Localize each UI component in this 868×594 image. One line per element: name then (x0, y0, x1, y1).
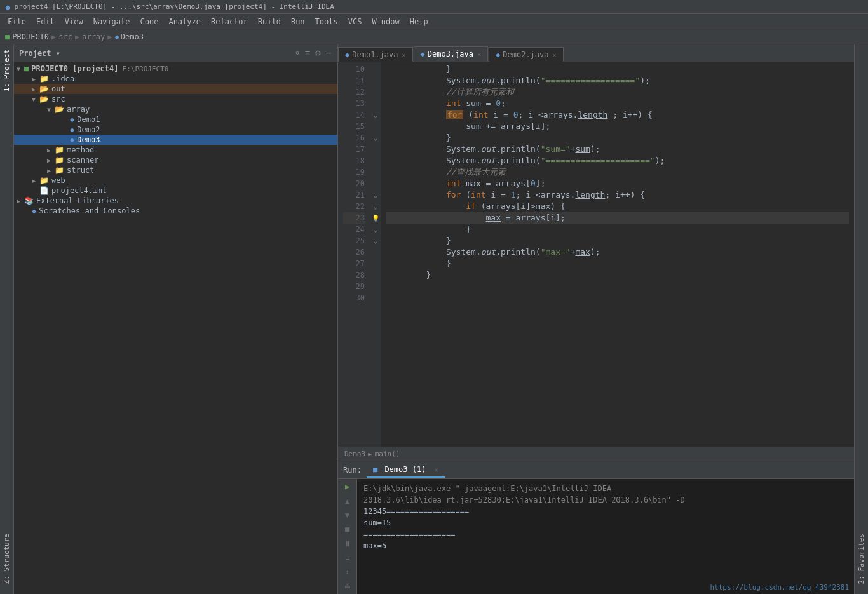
console-output: E:\jdk\bin\java.exe "-javaagent:E:\java1… (357, 479, 727, 594)
editor-tabs: ◆ Demo1.java ✕ ◆ Demo3.java ✕ ◆ Demo2.ja… (338, 44, 854, 62)
tree-item-extlibs[interactable]: ▶ 📚 External Libraries (14, 196, 337, 206)
app-icon: ◆ (5, 2, 10, 12)
tab-demo3-close[interactable]: ✕ (477, 51, 481, 58)
code-line-24: } (386, 224, 849, 235)
code-line-12: //计算所有元素和 (386, 86, 849, 98)
project-panel-header: Project ▾ ⌖ ≡ ⚙ − (14, 44, 337, 62)
console-line-4: sum=15 (363, 517, 721, 529)
tree-item-scanner[interactable]: ▶ 📁 scanner (14, 155, 337, 165)
line-numbers: 10 11 12 13 14 15 16 17 18 19 20 21 22 2… (338, 62, 370, 447)
tab-demo1-label: Demo1.java (352, 50, 398, 59)
tree-item-method[interactable]: ▶ 📁 method (14, 145, 337, 155)
breadcrumb-project[interactable]: PROJECT0 (12, 32, 49, 41)
code-line-16: } (386, 132, 849, 144)
console-line-8: max=5 (363, 540, 721, 551)
tree-item-web[interactable]: ▶ 📁 web (14, 175, 337, 186)
run-up-button[interactable]: ▲ (341, 496, 354, 506)
code-line-10: } (386, 64, 849, 75)
run-tab-close[interactable]: ✕ (435, 466, 438, 473)
menu-edit[interactable]: Edit (31, 16, 60, 27)
tree-item-demo3[interactable]: ◆ Demo3 (14, 135, 337, 145)
breadcrumb-array[interactable]: array (82, 32, 105, 41)
code-line-19: //查找最大元素 (386, 166, 849, 178)
menu-build[interactable]: Build (253, 16, 286, 27)
breadcrumb-demo3[interactable]: Demo3 (121, 32, 144, 41)
editor-status-bar: Demo3 ► main() (338, 447, 854, 461)
run-label: Run: (343, 466, 362, 475)
menu-window[interactable]: Window (367, 16, 404, 27)
tree-item-root[interactable]: ▼ ■ PROJECT0 [project4] E:\PROJECT0 (14, 64, 337, 74)
run-down-button[interactable]: ▼ (341, 510, 354, 520)
code-line-26: System.out.println("max="+max); (386, 246, 849, 258)
status-filename: Demo3 (344, 450, 365, 458)
run-tab-label: Demo3 (1) (384, 465, 426, 474)
breadcrumb-demo3-icon: ◆ (115, 32, 119, 41)
run-print-button[interactable]: 🖶 (341, 581, 354, 591)
console-line-2: 12345================== (363, 506, 721, 517)
menu-refactor[interactable]: Refactor (206, 16, 253, 27)
breadcrumb-src[interactable]: src (58, 32, 72, 41)
menu-navigate[interactable]: Navigate (88, 16, 135, 27)
project-panel-title: Project ▾ (19, 49, 60, 58)
code-line-17: System.out.println("sum="+sum); (386, 144, 849, 155)
tab-demo2[interactable]: ◆ Demo2.java ✕ (489, 47, 564, 62)
title-text: project4 [E:\PROJECT0] - ...\src\array\D… (14, 3, 334, 11)
tab-demo2-close[interactable]: ✕ (553, 51, 557, 58)
code-line-14: for (int i = 0; i <arrays.length ; i++) … (386, 109, 849, 121)
settings-icon[interactable]: ⚙ (314, 46, 322, 60)
hide-icon[interactable]: − (325, 46, 332, 60)
menu-run[interactable]: Run (286, 16, 310, 27)
tab-demo1[interactable]: ◆ Demo1.java ✕ (338, 47, 413, 62)
collapse-icon[interactable]: ≡ (304, 46, 311, 60)
code-line-20: int max = arrays[0]; (386, 178, 849, 189)
menu-help[interactable]: Help (405, 16, 433, 27)
editor-area[interactable]: 10 11 12 13 14 15 16 17 18 19 20 21 22 2… (338, 62, 854, 447)
menu-view[interactable]: View (60, 16, 88, 27)
run-panel: ▶ ▲ ▼ ■ ⏸ ≡ ↕ 🖶 E:\jdk\bin\java.exe "-ja… (338, 479, 854, 594)
tree-item-iml[interactable]: 📄 project4.iml (14, 186, 337, 196)
tree-item-src[interactable]: ▼ 📂 src (14, 94, 337, 104)
tree-item-array[interactable]: ▼ 📂 array (14, 104, 337, 114)
tab-demo3-label: Demo3.java (428, 50, 473, 58)
tree-item-scratches[interactable]: ◆ Scratches and Consoles (14, 206, 337, 216)
tree-item-struct[interactable]: ▶ 📁 struct (14, 165, 337, 175)
code-line-13: int sum = 0; (386, 98, 849, 109)
code-line-11: System.out.println("==================")… (386, 75, 849, 86)
menu-bar: File Edit View Navigate Code Analyze Ref… (0, 14, 868, 29)
run-sidebar-buttons: ▶ ▲ ▼ ■ ⏸ ≡ ↕ 🖶 (338, 479, 357, 594)
favorites-tab-vertical[interactable]: 2: Favorites (855, 529, 868, 589)
project-panel: Project ▾ ⌖ ≡ ⚙ − ▼ ■ PROJECT0 [project4… (14, 44, 338, 594)
structure-tab-vertical[interactable]: Z: Structure (0, 529, 13, 589)
menu-code[interactable]: Code (135, 16, 164, 27)
tab-demo1-close[interactable]: ✕ (402, 51, 405, 58)
tree-item-demo2[interactable]: ◆ Demo2 (14, 125, 337, 135)
status-method: main() (375, 450, 400, 458)
code-line-23: max = arrays[i]; (386, 212, 849, 224)
tab-demo3[interactable]: ◆ Demo3.java ✕ (414, 46, 489, 62)
title-bar: ◆ project4 [E:\PROJECT0] - ...\src\array… (0, 0, 868, 14)
left-vertical-tabs: 1: Project Z: Structure (0, 44, 14, 594)
run-stop-button[interactable]: ■ (341, 524, 354, 534)
code-line-22: if (arrays[i]>max) { (386, 201, 849, 212)
code-line-21: for (int i = 1; i <arrays.length; i++) { (386, 189, 849, 201)
menu-analyze[interactable]: Analyze (163, 16, 206, 27)
code-line-15: sum += arrays[i]; (386, 121, 849, 132)
tree-item-demo1[interactable]: ◆ Demo1 (14, 114, 337, 125)
bottom-panel: Run: ■ Demo3 (1) ✕ ▶ ▲ ▼ ■ ⏸ ≡ ↕ 🖶 (338, 461, 854, 594)
code-editor[interactable]: } System.out.println("==================… (381, 62, 854, 447)
menu-tools[interactable]: Tools (310, 16, 343, 27)
run-wrap-button[interactable]: ≡ (341, 553, 354, 563)
project-tab-vertical[interactable]: 1: Project (0, 44, 13, 97)
locate-icon[interactable]: ⌖ (294, 46, 301, 60)
menu-file[interactable]: File (3, 16, 31, 27)
menu-vcs[interactable]: VCS (343, 16, 367, 27)
gutter-icons: ⌄ ⌄ ⌄ ⌄ 💡 ⌄ ⌄ (370, 62, 381, 447)
run-play-button[interactable]: ▶ (341, 482, 354, 492)
run-scroll-button[interactable]: ↕ (341, 567, 354, 577)
tab-run-demo3[interactable]: ■ Demo3 (1) ✕ (367, 462, 445, 478)
run-pause-button[interactable]: ⏸ (341, 539, 354, 549)
tree-item-idea[interactable]: ▶ 📁 .idea (14, 74, 337, 84)
project-tree: ▼ ■ PROJECT0 [project4] E:\PROJECT0 ▶ 📁 … (14, 62, 337, 594)
code-line-29: } (386, 269, 849, 281)
tree-item-out[interactable]: ▶ 📂 out (14, 84, 337, 94)
